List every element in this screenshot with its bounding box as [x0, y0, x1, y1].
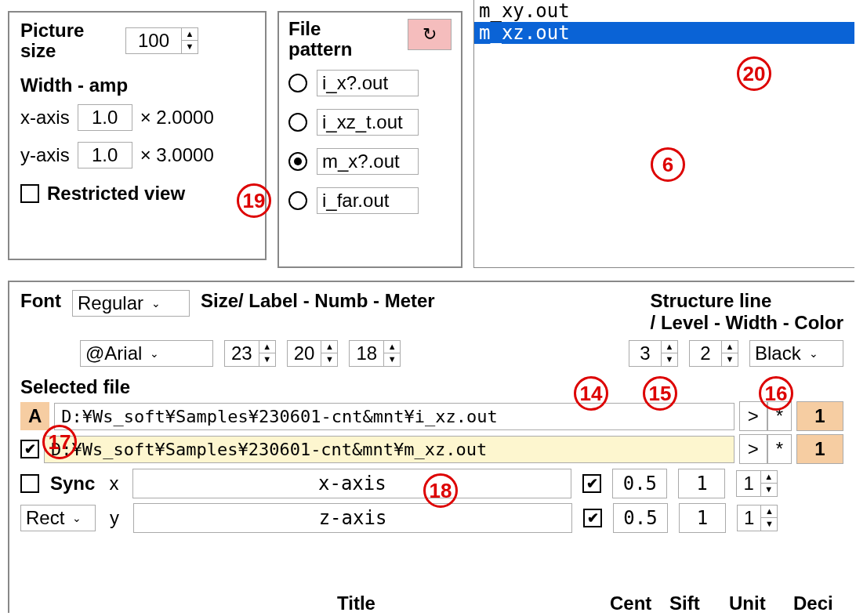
file-item-1[interactable]: m_xz.out — [474, 22, 854, 44]
font-family-dropdown[interactable]: @Arial⌄ — [80, 340, 213, 367]
width-spinner[interactable]: 2▲▼ — [689, 340, 738, 367]
row-b-gt-button[interactable]: > — [739, 434, 767, 464]
size-label: Size/ Label - Numb - Meter — [201, 290, 435, 312]
spinner-up-icon[interactable]: ▲ — [182, 28, 198, 41]
row-a-num[interactable]: 1 — [796, 401, 843, 431]
file-list[interactable]: m_xy.out m_xz.out — [473, 0, 854, 268]
x-cent-input[interactable]: 0.5 — [612, 469, 667, 498]
file-pattern-label: File pattern — [288, 19, 367, 60]
restricted-view-checkbox[interactable] — [20, 184, 39, 203]
numb-size-spinner[interactable]: 20▲▼ — [287, 340, 339, 367]
y-mult-label: × 3.0000 — [140, 144, 214, 166]
pattern-option-1[interactable]: i_xz_t.out — [317, 109, 419, 136]
row-b-checkbox[interactable] — [20, 440, 39, 458]
x-mult-label: × 2.0000 — [140, 107, 214, 129]
width-amp-label: Width - amp — [20, 74, 254, 96]
sync-checkbox[interactable] — [20, 474, 39, 493]
y-title-input[interactable]: z-axis — [133, 503, 572, 533]
selected-file-row-b: D:¥Ws_soft¥Samples¥230601-cnt&mnt¥m_xz.o… — [20, 434, 843, 464]
chevron-down-icon: ⌄ — [809, 347, 818, 360]
settings-panel: Font Regular⌄ Size/ Label - Numb - Meter… — [8, 281, 854, 613]
picture-size-spinner[interactable]: 100 ▲▼ — [125, 27, 198, 54]
row-b-path[interactable]: D:¥Ws_soft¥Samples¥230601-cnt&mnt¥m_xz.o… — [44, 436, 734, 463]
y-axis-input[interactable]: 1.0 — [78, 142, 132, 168]
row-a-gt-button[interactable]: > — [739, 401, 767, 431]
pattern-option-2[interactable]: m_x?.out — [317, 148, 419, 175]
footer-cent: Cent — [610, 592, 651, 614]
pattern-radio-3[interactable] — [288, 191, 307, 210]
sync-label: Sync — [50, 473, 95, 495]
pattern-radio-0[interactable] — [288, 74, 307, 92]
y-unit-input[interactable]: 1 — [679, 503, 726, 533]
row-a-mark: A — [20, 402, 49, 430]
file-item-0[interactable]: m_xy.out — [474, 0, 854, 22]
footer-title: Title — [337, 592, 375, 614]
row-a-star-button[interactable]: * — [767, 401, 792, 431]
refresh-icon: ↻ — [423, 24, 437, 44]
picture-size-panel: Picture size 100 ▲▼ Width - amp x-axis 1… — [8, 11, 267, 260]
pattern-option-0[interactable]: i_x?.out — [317, 70, 419, 96]
spinner-down-icon[interactable]: ▼ — [182, 41, 198, 53]
font-style-dropdown[interactable]: Regular⌄ — [72, 290, 190, 317]
struct-line-label1: Structure line — [651, 290, 843, 312]
picture-size-label: Picture size — [20, 20, 107, 62]
level-spinner[interactable]: 3▲▼ — [629, 340, 678, 367]
x-unit-input[interactable]: 1 — [678, 469, 725, 498]
row-b-star-button[interactable]: * — [767, 434, 792, 464]
pattern-radio-2[interactable] — [288, 152, 307, 171]
x-title-input[interactable]: x-axis — [132, 469, 571, 498]
chevron-down-icon: ⌄ — [150, 347, 159, 360]
x-axis-input[interactable]: 1.0 — [78, 104, 132, 131]
y-letter: y — [107, 507, 122, 529]
chevron-down-icon: ⌄ — [151, 297, 161, 310]
x-deci-spinner[interactable]: 1▲▼ — [736, 470, 777, 497]
footer-sift: Sift — [669, 592, 700, 614]
x-letter: x — [106, 473, 122, 495]
chevron-down-icon: ⌄ — [72, 512, 82, 524]
label-size-spinner[interactable]: 23▲▼ — [224, 340, 276, 367]
y-deci-spinner[interactable]: 1▲▼ — [737, 505, 778, 531]
row-a-path[interactable]: D:¥Ws_soft¥Samples¥230601-cnt&mnt¥i_xz.o… — [54, 403, 734, 430]
pattern-option-3[interactable]: i_far.out — [317, 187, 419, 214]
font-label: Font — [20, 290, 61, 312]
selected-file-row-a: A D:¥Ws_soft¥Samples¥230601-cnt&mnt¥i_xz… — [20, 401, 843, 431]
struct-line-label2: / Level - Width - Color — [651, 312, 843, 334]
refresh-button[interactable]: ↻ — [408, 19, 452, 50]
pattern-radio-1[interactable] — [288, 113, 307, 132]
color-dropdown[interactable]: Black⌄ — [749, 340, 843, 367]
selected-file-label: Selected file — [20, 376, 843, 398]
restricted-view-label: Restricted view — [47, 183, 185, 205]
row-b-num[interactable]: 1 — [796, 434, 843, 464]
footer-deci: Deci — [793, 592, 833, 614]
footer-unit: Unit — [729, 592, 766, 614]
meter-size-spinner[interactable]: 18▲▼ — [349, 340, 401, 367]
x-cent-checkbox[interactable] — [582, 474, 601, 493]
x-axis-label: x-axis — [20, 107, 70, 129]
shape-dropdown[interactable]: Rect⌄ — [20, 505, 96, 531]
y-axis-label: y-axis — [20, 144, 70, 166]
y-cent-input[interactable]: 0.5 — [613, 503, 668, 533]
y-cent-checkbox[interactable] — [583, 509, 602, 527]
file-pattern-panel: File pattern ↻ i_x?.out i_xz_t.out m_x?.… — [277, 11, 462, 268]
